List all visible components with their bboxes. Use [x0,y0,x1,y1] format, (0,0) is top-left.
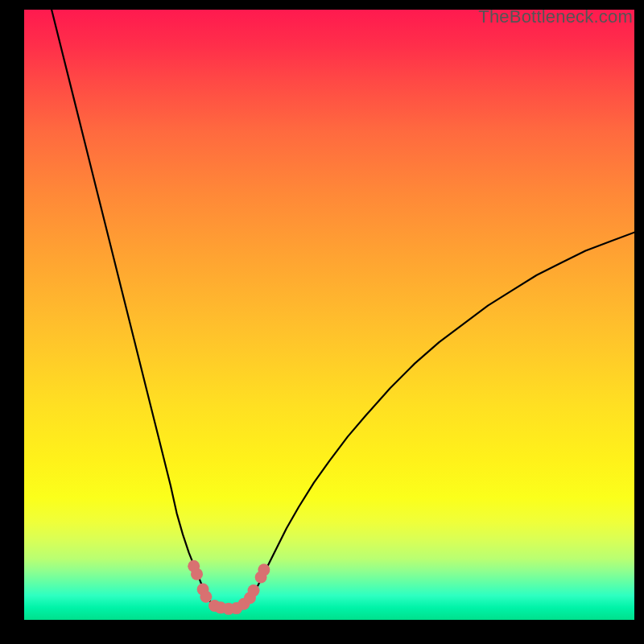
data-marker [248,584,260,597]
data-marker [200,591,212,603]
data-marker [191,568,203,580]
watermark-text: TheBottleneck.com [478,6,633,27]
plot-area [24,10,634,620]
bottleneck-curve [52,10,634,611]
curves-group [52,10,634,611]
data-marker [258,564,270,576]
markers-group [188,560,270,615]
chart-container: TheBottleneck.com [0,0,644,644]
plot-svg [24,10,634,620]
